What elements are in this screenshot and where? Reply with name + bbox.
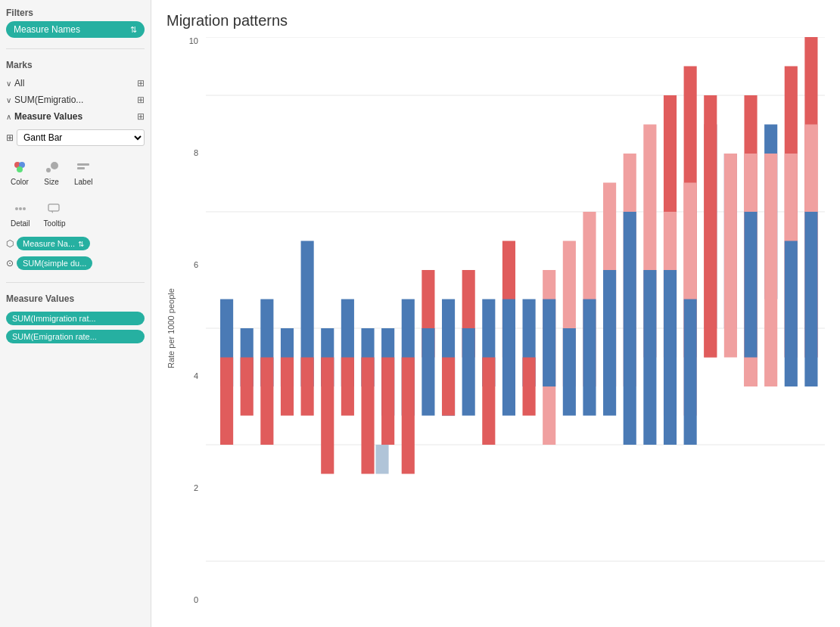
- divider-1: [6, 48, 145, 49]
- svg-rect-46: [502, 300, 515, 416]
- main-content: Migration patterns Rate per 1000 people …: [151, 0, 840, 627]
- svg-point-2: [17, 166, 23, 172]
- measure-na-pill-sort-icon: ⇅: [78, 240, 84, 248]
- size-icon: [42, 158, 61, 176]
- tooltip-label: Tooltip: [44, 219, 66, 228]
- y-tick-8: 8: [179, 149, 201, 157]
- svg-rect-56: [603, 270, 616, 416]
- y-tick-0: 0: [179, 596, 201, 604]
- detail-button[interactable]: Detail: [6, 197, 35, 231]
- measure-values-filter-icon[interactable]: ⊞: [137, 111, 145, 122]
- marks-detail-tooltip-buttons: Detail Tooltip: [6, 197, 145, 231]
- marks-all-filter-icon[interactable]: ⊞: [137, 78, 145, 88]
- y-axis: 0 2 4 6 8 10: [179, 37, 201, 604]
- svg-point-9: [23, 207, 26, 210]
- chart-inner: 0 2 4 6 8 10: [179, 37, 825, 619]
- measure-na-pill-row: ⬡ Measure Na... ⇅: [6, 237, 145, 250]
- color-icon: [11, 158, 29, 176]
- svg-rect-5: [77, 163, 89, 166]
- svg-rect-19: [241, 358, 254, 416]
- y-tick-6: 6: [179, 261, 201, 269]
- svg-rect-66: [684, 300, 697, 445]
- sum-simple-pill-row: ⊙ SUM(simple du...: [6, 256, 145, 270]
- svg-point-4: [51, 162, 58, 169]
- measure-values-section: Measure Values SUM(Immigration rat... SU…: [6, 293, 145, 343]
- label-label: Label: [74, 178, 92, 186]
- bar-immigration: [220, 358, 233, 445]
- chart-title: Migration patterns: [166, 12, 825, 29]
- label-icon: [74, 158, 92, 176]
- svg-rect-82: [804, 212, 817, 386]
- marks-measure-values-label: Measure Values: [14, 111, 134, 122]
- size-button[interactable]: Size: [38, 155, 65, 189]
- y-axis-label: Rate per 1000 people: [166, 37, 176, 619]
- svg-rect-36: [402, 358, 415, 474]
- svg-rect-31: [361, 358, 374, 474]
- sum-emigration-pill[interactable]: SUM(Emigration rate...: [6, 330, 145, 343]
- svg-rect-48: [523, 358, 536, 416]
- gantt-table-icon: ⊞: [6, 132, 14, 143]
- svg-rect-38: [422, 328, 434, 416]
- svg-rect-58: [624, 212, 636, 445]
- svg-rect-32: [375, 445, 388, 474]
- svg-point-7: [15, 207, 18, 210]
- svg-rect-50: [543, 300, 555, 387]
- measure-na-row-icon: ⬡: [6, 238, 14, 249]
- measure-names-filter-button[interactable]: Measure Names ⇅: [6, 21, 145, 38]
- svg-rect-52: [563, 328, 576, 416]
- gantt-select-container: ⊞ Gantt Bar: [6, 129, 145, 146]
- marks-measure-values-row: ∧ Measure Values ⊞: [6, 110, 145, 123]
- marks-label: Marks: [6, 60, 145, 70]
- chart-canvas: [206, 37, 825, 619]
- y-tick-4: 4: [179, 372, 201, 380]
- sum-simple-pill[interactable]: SUM(simple du...: [17, 256, 92, 270]
- svg-rect-44: [482, 358, 495, 445]
- svg-rect-71: [724, 154, 737, 358]
- y-tick-2: 2: [179, 484, 201, 492]
- y-tick-10: 10: [179, 37, 201, 45]
- sidebar: Filters Measure Names ⇅ Marks ∨ All ⊞ ∨ …: [0, 0, 151, 627]
- svg-rect-40: [442, 358, 455, 416]
- sum-emigration-caret-icon: ∨: [6, 96, 11, 104]
- marks-color-size-label-buttons: Color Size Label: [6, 155, 145, 189]
- sum-emigration-filter-icon[interactable]: ⊞: [137, 95, 145, 105]
- detail-icon: [11, 200, 30, 218]
- marks-all-row: ∨ All ⊞: [6, 76, 145, 90]
- chart-svg: [206, 37, 825, 619]
- svg-point-3: [46, 168, 51, 172]
- svg-rect-23: [281, 358, 294, 416]
- color-button[interactable]: Color: [6, 155, 33, 189]
- filter-sort-icon: ⇅: [130, 25, 137, 35]
- measure-names-label: Measure Names: [14, 24, 80, 35]
- svg-rect-29: [341, 358, 354, 416]
- measure-values-section-label: Measure Values: [6, 293, 145, 304]
- svg-rect-21: [260, 358, 273, 445]
- tooltip-icon: [45, 200, 64, 218]
- marks-sum-emigration-label: SUM(Emigratio...: [14, 95, 134, 105]
- svg-rect-60: [643, 270, 656, 445]
- marks-section: Marks ∨ All ⊞ ∨ SUM(Emigratio... ⊞ ∧ Mea…: [6, 60, 145, 272]
- measure-values-caret-icon: ∧: [6, 113, 11, 121]
- svg-rect-6: [77, 167, 85, 169]
- divider-2: [6, 282, 145, 283]
- gantt-bar-select[interactable]: Gantt Bar: [17, 129, 145, 146]
- tooltip-button[interactable]: Tooltip: [39, 197, 70, 231]
- marks-sum-emigration-row: ∨ SUM(Emigratio... ⊞: [6, 93, 145, 107]
- sum-immigration-pill[interactable]: SUM(Immigration rat...: [6, 312, 145, 325]
- marks-all-label: All: [14, 78, 134, 88]
- svg-rect-79: [785, 241, 798, 387]
- detail-label: Detail: [11, 219, 30, 228]
- filters-label: Filters: [6, 8, 145, 18]
- filters-section: Filters Measure Names ⇅: [6, 8, 145, 38]
- sum-simple-row-icon: ⊙: [6, 258, 14, 268]
- svg-rect-54: [583, 300, 596, 416]
- svg-rect-63: [664, 270, 677, 445]
- label-button[interactable]: Label: [70, 155, 97, 189]
- size-label: Size: [44, 178, 58, 186]
- svg-rect-42: [462, 328, 475, 416]
- color-label: Color: [11, 178, 29, 186]
- svg-point-8: [19, 207, 22, 210]
- chart-area: Rate per 1000 people 0 2 4 6 8 10: [166, 37, 825, 619]
- svg-rect-76: [764, 154, 777, 386]
- measure-na-pill[interactable]: Measure Na... ⇅: [17, 237, 90, 250]
